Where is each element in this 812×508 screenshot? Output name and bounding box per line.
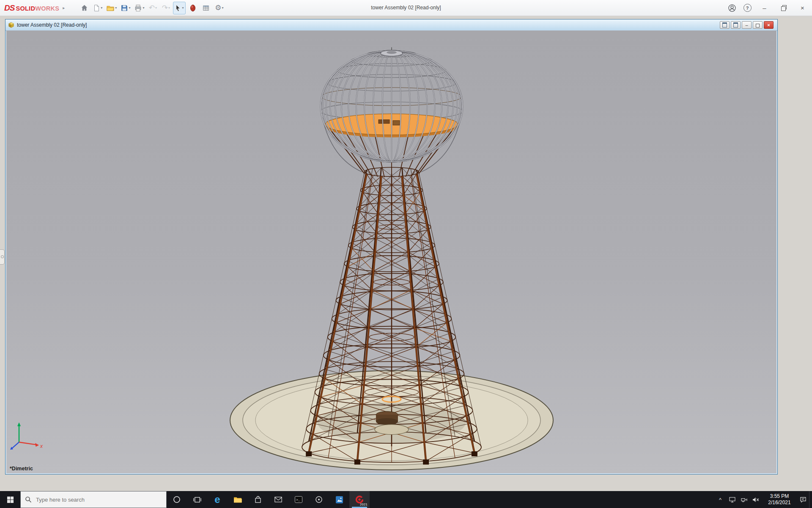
network-tray-button[interactable] xyxy=(738,491,750,508)
close-icon: × xyxy=(801,4,804,11)
help-button[interactable]: ? xyxy=(740,0,755,16)
system-tray: ^ 3:55 PM 2/16/2021 xyxy=(714,491,812,508)
save-icon xyxy=(121,4,128,12)
graphics-viewport[interactable]: x *Dimetric xyxy=(6,30,776,473)
view-orientation-label: *Dimetric xyxy=(10,466,33,472)
red-sphere-icon xyxy=(190,4,196,12)
window-tile-icon xyxy=(733,22,738,28)
photos-button[interactable] xyxy=(329,491,349,508)
account-button[interactable] xyxy=(724,0,740,16)
close-button[interactable]: × xyxy=(793,0,812,16)
design-table-button[interactable] xyxy=(200,2,212,14)
restore-icon xyxy=(781,6,786,11)
document-window: tower Assembly 02 [Read-only] – × x *Dim… xyxy=(5,19,778,475)
command-prompt-icon: >_ xyxy=(295,496,302,503)
redo-button[interactable]: ↷ ▾ xyxy=(160,2,172,14)
document-titlebar[interactable]: tower Assembly 02 [Read-only] – × xyxy=(5,19,777,31)
mail-button[interactable] xyxy=(268,491,288,508)
display-tray-button[interactable] xyxy=(726,491,738,508)
document-title: tower Assembly 02 [Read-only] xyxy=(17,22,87,28)
media-button[interactable] xyxy=(309,491,329,508)
taskbar-search[interactable] xyxy=(20,491,167,508)
doc-new-window-button[interactable] xyxy=(720,21,730,29)
solidworks-year-badge: 2021 xyxy=(360,502,368,506)
window-controls: ? – × xyxy=(724,0,812,16)
tray-expand-button[interactable]: ^ xyxy=(714,491,726,508)
tower-3d-model[interactable]: x xyxy=(6,30,776,473)
task-view-button[interactable] xyxy=(187,491,207,508)
print-button[interactable]: ▾ xyxy=(133,2,145,14)
edge-icon: e xyxy=(214,494,220,505)
doc-minimize-button[interactable]: – xyxy=(742,21,752,29)
redo-icon: ↷ xyxy=(162,4,168,11)
search-icon xyxy=(25,496,32,503)
help-icon: ? xyxy=(743,4,752,12)
appearance-sphere-button[interactable] xyxy=(187,2,199,14)
minimize-button[interactable]: – xyxy=(755,0,774,16)
solidworks-logo: DS SOLID WORKS xyxy=(4,3,59,13)
undo-button[interactable]: ↶ ▾ xyxy=(147,2,159,14)
cortana-button[interactable] xyxy=(167,491,187,508)
clock-time: 3:55 PM xyxy=(763,493,796,500)
volume-muted-icon xyxy=(752,497,759,502)
action-center-button[interactable] xyxy=(797,491,809,508)
options-dropdown-icon[interactable]: ▾ xyxy=(222,6,224,10)
network-icon xyxy=(741,497,747,502)
assembly-cube-icon xyxy=(8,22,14,28)
show-desktop-button[interactable] xyxy=(809,491,812,508)
options-button[interactable]: ⚙ ▾ xyxy=(213,2,225,14)
pane-collapse-tab[interactable] xyxy=(0,249,5,265)
home-icon xyxy=(80,4,88,12)
save-dropdown-icon[interactable]: ▾ xyxy=(129,6,130,10)
document-window-buttons: – × xyxy=(720,21,775,29)
file-explorer-button[interactable] xyxy=(228,491,248,508)
search-input[interactable] xyxy=(35,496,162,503)
taskbar: e >_ 2021 ^ xyxy=(0,491,812,508)
print-dropdown-icon[interactable]: ▾ xyxy=(143,6,144,10)
clock-date: 2/16/2021 xyxy=(763,500,796,506)
toolbar-expand-arrow-icon[interactable]: ▸ xyxy=(63,6,65,10)
open-button[interactable]: ▾ xyxy=(105,2,118,14)
volume-tray-button[interactable] xyxy=(750,491,762,508)
window-plus-icon xyxy=(722,22,727,28)
open-dropdown-icon[interactable]: ▾ xyxy=(115,6,117,10)
doc-tile-window-button[interactable] xyxy=(731,21,741,29)
home-button[interactable] xyxy=(78,2,90,14)
task-view-icon xyxy=(193,496,201,503)
notification-bubble-icon xyxy=(800,497,807,503)
restore-button[interactable] xyxy=(774,0,793,16)
redo-dropdown-icon[interactable]: ▾ xyxy=(168,6,170,10)
print-icon xyxy=(134,4,142,12)
store-bag-icon xyxy=(255,496,261,503)
table-grid-icon xyxy=(202,4,210,12)
file-explorer-icon xyxy=(233,496,242,503)
monitor-icon xyxy=(729,497,735,502)
app-title: tower Assembly 02 [Read-only] xyxy=(371,0,441,16)
standard-toolbar: ▾ ▾ ▾ ▾ ↶ ▾ ↷ ▾ xyxy=(78,2,225,14)
start-button[interactable] xyxy=(0,491,20,508)
media-circle-icon xyxy=(315,496,323,503)
terminal-button[interactable]: >_ xyxy=(288,491,309,508)
select-tool-button[interactable]: ▾ xyxy=(173,2,186,14)
new-document-button[interactable]: ▾ xyxy=(91,2,104,14)
new-document-icon xyxy=(93,4,100,12)
windows-logo-icon xyxy=(7,496,14,503)
new-dropdown-icon[interactable]: ▾ xyxy=(101,6,102,10)
workspace: tower Assembly 02 [Read-only] – × x *Dim… xyxy=(0,16,812,491)
account-icon xyxy=(728,4,736,12)
select-dropdown-icon[interactable]: ▾ xyxy=(182,6,184,10)
save-button[interactable]: ▾ xyxy=(119,2,132,14)
undo-dropdown-icon[interactable]: ▾ xyxy=(155,6,157,10)
doc-restore-button[interactable] xyxy=(753,21,763,29)
solidworks-taskbar-button[interactable]: 2021 xyxy=(349,491,370,508)
taskbar-clock[interactable]: 3:55 PM 2/16/2021 xyxy=(762,493,797,506)
doc-close-button[interactable]: × xyxy=(764,21,774,29)
cortana-circle-icon xyxy=(173,496,181,503)
cursor-arrow-icon xyxy=(175,4,181,12)
doc-restore-icon xyxy=(756,24,760,28)
open-folder-icon xyxy=(106,4,115,12)
edge-button[interactable]: e xyxy=(207,491,228,508)
undo-icon: ↶ xyxy=(149,4,155,11)
store-button[interactable] xyxy=(248,491,268,508)
minimize-icon: – xyxy=(763,4,766,11)
